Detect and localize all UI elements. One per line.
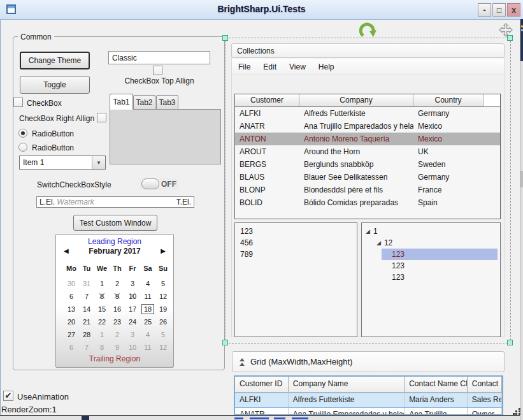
collections-group-header[interactable]: Collections (231, 43, 505, 58)
menu-item-edit[interactable]: Edit (257, 59, 283, 75)
column-header[interactable]: Contact (468, 377, 502, 392)
calendar-day[interactable]: 4 (140, 328, 155, 341)
chevron-down-icon[interactable]: ▼ (92, 156, 105, 169)
tree-leaf[interactable]: 123 (382, 272, 498, 283)
calendar-day[interactable]: 28 (79, 328, 94, 341)
checkbox-right-align[interactable] (97, 113, 106, 122)
calendar-day[interactable]: 5 (155, 277, 171, 290)
calendar-day[interactable]: 7 (79, 290, 94, 303)
calendar-prev-icon[interactable]: ◀ (64, 247, 69, 254)
change-theme-button[interactable]: Change Theme (20, 52, 90, 69)
switch-checkbox[interactable]: OFF (140, 178, 178, 190)
calendar-day[interactable]: 21 (79, 315, 94, 328)
calendar-day[interactable]: 6 (64, 341, 79, 354)
table-row[interactable]: AROUTAround the HornUK (235, 145, 500, 158)
calendar-day[interactable]: 1 (94, 277, 110, 290)
minimize-button[interactable]: - (478, 3, 491, 17)
column-header[interactable]: Company (299, 94, 413, 107)
calendar-day[interactable]: 23 (110, 315, 125, 328)
watermark-textbox[interactable]: L.El. Watermark T.El. (36, 196, 194, 208)
maximize-button[interactable]: □ (492, 3, 506, 17)
grid-expander-header[interactable]: Grid (MaxWidth,MaxHeight) (232, 351, 505, 372)
calendar-day[interactable]: 17 (125, 303, 140, 315)
toggle-button[interactable]: Toggle (20, 76, 90, 94)
selection-handle-bottom-left[interactable] (222, 340, 228, 345)
list-item[interactable]: 456 (235, 237, 357, 249)
use-animation-checkbox[interactable]: ✔ (3, 391, 13, 401)
collapse-up-icon[interactable] (240, 358, 245, 366)
calendar-day[interactable]: 1 (94, 328, 110, 341)
resize-grip[interactable] (513, 408, 521, 416)
calendar-day[interactable]: 9 (110, 341, 125, 354)
table-row[interactable]: ANATRAna Trujillo Emparedados y helaMexi… (235, 120, 500, 133)
menu-item-help[interactable]: Help (312, 59, 341, 75)
calendar-day[interactable]: ✕9 (110, 290, 125, 303)
calendar-day[interactable]: 25 (140, 315, 155, 328)
radio-button-2[interactable] (18, 143, 27, 152)
calendar-day[interactable]: 2 (110, 328, 125, 341)
calendar-day[interactable]: 31 (79, 277, 94, 290)
calendar-next-icon[interactable]: ▶ (161, 247, 166, 254)
calendar-day[interactable]: 13 (64, 303, 79, 315)
calendar-day[interactable]: 2 (110, 277, 125, 290)
calendar-day[interactable]: 7 (79, 341, 94, 354)
calendar-day[interactable]: 3 (125, 328, 140, 341)
calendar-day[interactable]: 14 (79, 303, 94, 315)
calendar-day[interactable]: 15 (94, 303, 110, 315)
table-row[interactable]: BERGSBerglunds snabbköpSweden (235, 158, 500, 171)
calendar-day[interactable]: 27 (64, 328, 79, 341)
menu-item-file[interactable]: File (232, 59, 257, 75)
column-header[interactable]: Customer ID (235, 377, 289, 392)
calendar-day[interactable]: 12 (155, 290, 171, 303)
tab-tab3[interactable]: Tab3 (156, 95, 178, 110)
calendar-day[interactable]: 19 (155, 303, 171, 315)
column-header[interactable]: Contact Name CN (405, 377, 468, 392)
calendar-day[interactable]: 3 (125, 277, 140, 290)
calendar-day[interactable]: 26 (155, 315, 171, 328)
tree-expanded-icon[interactable]: ◢ (376, 237, 381, 249)
calendar-day[interactable]: 4 (140, 277, 155, 290)
calendar-day[interactable]: 20 (64, 315, 79, 328)
calendar-day[interactable]: 11 (140, 341, 155, 354)
calendar-day[interactable]: 22 (94, 315, 110, 328)
calendar-day[interactable]: 12 (155, 341, 171, 354)
selection-handle-top-right[interactable] (507, 35, 513, 41)
close-button[interactable]: x (507, 3, 520, 17)
list-item[interactable]: 789 (235, 249, 357, 260)
table-row[interactable]: BLONPBlondesddsl père et filsFrance (235, 184, 500, 196)
selection-handle-bottom-right[interactable] (507, 340, 513, 345)
title-bar[interactable]: BrightSharp.Ui.Tests - □ x (0, 0, 523, 20)
column-header[interactable]: Company Name (289, 377, 405, 392)
calendar-day[interactable]: 5 (155, 328, 171, 341)
calendar-day[interactable]: 10 (125, 341, 140, 354)
item-combobox[interactable]: Item 1 ▼ (19, 156, 106, 170)
table-row[interactable]: BLAUSBlauer See DelikatessenGermany (235, 171, 500, 184)
calendar-month-title[interactable]: February 2017 (56, 247, 173, 256)
checkbox-top-align[interactable] (153, 66, 162, 75)
theme-textbox[interactable]: Classic (108, 51, 210, 64)
calendar-day[interactable]: 8 (94, 341, 110, 354)
tree-leaf[interactable]: 123 (382, 249, 498, 260)
rotate-handle-icon[interactable] (358, 22, 377, 41)
calendar-day[interactable]: ✕10 (125, 290, 140, 303)
column-header[interactable]: Country (413, 94, 484, 107)
selection-handle-top-left[interactable] (222, 35, 228, 41)
radio-button-1[interactable] (18, 129, 27, 138)
switch-thumb[interactable] (141, 178, 159, 189)
calendar-day[interactable]: 16 (110, 303, 125, 315)
calendar-day[interactable]: 6 (64, 290, 79, 303)
calendar-day[interactable]: 18 (140, 303, 155, 315)
tree-expanded-icon[interactable]: ◢ (366, 226, 370, 237)
menu-item-view[interactable]: View (283, 59, 312, 75)
calendar-day[interactable]: ✕8 (94, 290, 110, 303)
table-row[interactable]: ALFKIAlfreds FutterkisteMaria AndersSale… (235, 393, 502, 408)
tree-leaf[interactable]: 123 (382, 260, 498, 272)
table-row[interactable]: BOLIDBólido Comidas preparadasSpain (235, 196, 500, 209)
list-item[interactable]: 123 (235, 226, 357, 237)
calendar-day[interactable]: 30 (64, 277, 79, 290)
tree-node-12[interactable]: ◢12 (362, 237, 500, 249)
tab-tab1[interactable]: Tab1 (110, 94, 133, 110)
test-custom-window-button[interactable]: Test Custom Window (73, 215, 157, 231)
column-header[interactable]: Customer (235, 94, 299, 107)
checkbox[interactable] (13, 98, 23, 107)
